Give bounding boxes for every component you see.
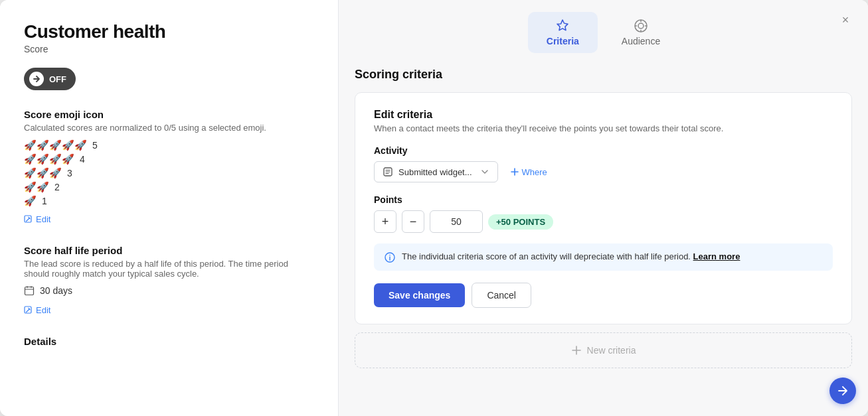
edit-criteria-heading: Edit criteria (374, 109, 833, 121)
tab-criteria[interactable]: Criteria (528, 12, 598, 53)
edit-criteria-desc: When a contact meets the criteria they'l… (374, 123, 833, 133)
toggle-label: OFF (49, 74, 66, 84)
toggle-circle (29, 72, 44, 86)
plus-icon (510, 167, 519, 176)
activity-dropdown[interactable]: Submitted widget... (374, 161, 498, 182)
emoji-count-5: 5 (92, 140, 98, 151)
emoji-row-1: 🚀 1 (24, 195, 314, 207)
info-box: The individual criteria score of an acti… (374, 243, 833, 271)
activity-value: Submitted widget... (398, 167, 472, 177)
edit-icon (24, 215, 33, 224)
emoji-count-2: 2 (54, 182, 60, 192)
emoji-count-4: 4 (80, 154, 85, 165)
days-row: 30 days (24, 285, 314, 296)
cancel-button[interactable]: Cancel (472, 283, 531, 308)
svg-point-11 (389, 255, 391, 256)
page-title: Customer health (24, 21, 314, 42)
page-subtitle: Score (24, 44, 314, 54)
action-row: Save changes Cancel (374, 283, 833, 308)
tab-audience-label: Audience (622, 36, 660, 46)
emoji-4: 🚀🚀🚀🚀 (24, 153, 74, 165)
criteria-card: Edit criteria When a contact meets the c… (355, 92, 852, 324)
where-button[interactable]: Where (505, 163, 553, 181)
emoji-row-2: 🚀🚀 2 (24, 181, 314, 193)
emoji-5: 🚀🚀🚀🚀🚀 (24, 139, 87, 151)
arrow-right-icon (32, 74, 41, 84)
emoji-3: 🚀🚀🚀 (24, 167, 62, 179)
points-row: + − +50 POINTS (374, 210, 833, 233)
fab-icon (836, 384, 849, 397)
learn-more-link[interactable]: Learn more (693, 251, 740, 261)
emoji-section: Score emoji icon Calculated scores are n… (24, 109, 314, 226)
tab-criteria-label: Criteria (547, 36, 579, 46)
modal-wrapper: Customer health Score OFF Score emoji ic… (0, 0, 868, 416)
emoji-row-3: 🚀🚀🚀 3 (24, 167, 314, 179)
svg-rect-2 (25, 307, 31, 313)
emoji-edit-label: Edit (36, 214, 50, 224)
right-header: Criteria Audience × (339, 0, 868, 60)
tab-audience[interactable]: Audience (603, 12, 679, 53)
new-criteria-label: New criteria (587, 345, 636, 356)
activity-row: Submitted widget... Where (374, 161, 833, 182)
edit-icon-2 (24, 306, 33, 314)
widget-icon (383, 167, 393, 177)
svg-rect-1 (25, 287, 34, 295)
emoji-row-5: 🚀🚀🚀🚀🚀 5 (24, 139, 314, 151)
half-life-edit-label: Edit (36, 305, 50, 315)
save-changes-button[interactable]: Save changes (374, 283, 465, 307)
days-value: 30 days (40, 285, 72, 296)
close-button[interactable]: × (836, 11, 855, 29)
points-badge: +50 POINTS (488, 214, 553, 230)
svg-point-4 (638, 23, 644, 29)
points-input[interactable] (430, 210, 483, 233)
points-decrease-button[interactable]: + (374, 210, 396, 233)
new-criteria-row[interactable]: New criteria (355, 332, 852, 368)
half-life-section: Score half life period The lead score is… (24, 245, 314, 317)
half-life-edit-link[interactable]: Edit (24, 305, 50, 315)
points-increase-button[interactable]: − (402, 210, 424, 233)
right-content: Scoring criteria Edit criteria When a co… (339, 60, 868, 416)
details-heading: Details (24, 336, 314, 347)
emoji-section-heading: Score emoji icon (24, 109, 314, 120)
toggle-button[interactable]: OFF (24, 68, 76, 90)
toggle-row: OFF (24, 68, 314, 90)
emoji-2: 🚀🚀 (24, 181, 49, 193)
activity-label: Activity (374, 145, 833, 156)
chevron-down-icon (480, 167, 489, 176)
scoring-criteria-title: Scoring criteria (355, 68, 852, 82)
emoji-count-1: 1 (42, 196, 47, 206)
audience-icon (634, 19, 648, 33)
details-section: Details (24, 336, 314, 347)
half-life-heading: Score half life period (24, 245, 314, 256)
close-icon: × (842, 14, 849, 26)
emoji-row-4: 🚀🚀🚀🚀 4 (24, 153, 314, 165)
calendar-icon (24, 285, 35, 296)
svg-rect-0 (25, 216, 31, 222)
half-life-desc: The lead score is reduced by a half life… (24, 259, 314, 279)
plus-circle-icon (571, 345, 582, 356)
emoji-count-3: 3 (67, 168, 72, 178)
fab-button[interactable] (829, 378, 856, 404)
emoji-section-desc: Calculated scores are normalized to 0/5 … (24, 123, 314, 133)
info-text: The individual criteria score of an acti… (402, 251, 740, 261)
points-label: Points (374, 194, 833, 205)
emoji-edit-link[interactable]: Edit (24, 214, 50, 224)
emoji-1: 🚀 (24, 195, 37, 207)
where-label: Where (522, 167, 547, 177)
star-icon (555, 19, 570, 33)
right-panel: Criteria Audience × Scoring criteria (339, 0, 868, 416)
info-icon (385, 252, 395, 263)
left-panel: Customer health Score OFF Score emoji ic… (0, 0, 339, 416)
